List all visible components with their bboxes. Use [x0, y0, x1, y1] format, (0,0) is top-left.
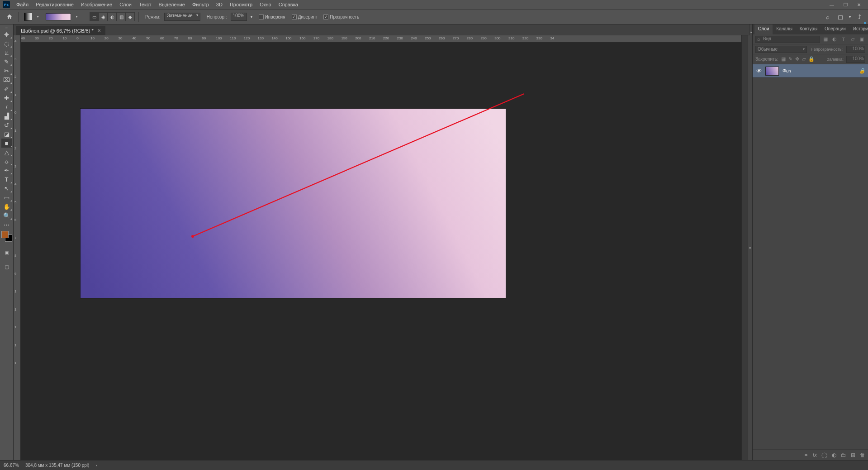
tab-layers[interactable]: Слои: [754, 24, 773, 34]
toolbox-drag-handle[interactable]: ››: [2, 26, 11, 29]
quick-mask-button[interactable]: ▣: [2, 248, 12, 256]
frame-tool[interactable]: ⌧: [1, 75, 12, 84]
color-swatches[interactable]: [1, 231, 12, 242]
lock-all-icon[interactable]: 🔒: [808, 56, 815, 62]
gradient-radial-button[interactable]: ◉: [99, 12, 108, 21]
tab-actions[interactable]: Операции: [821, 24, 849, 34]
layer-mask-button[interactable]: ◯: [821, 452, 827, 458]
vertical-scrollbar[interactable]: [741, 35, 748, 460]
dodge-tool[interactable]: ☼: [1, 157, 12, 166]
menu-view[interactable]: Просмотр: [226, 0, 256, 9]
tab-channels[interactable]: Каналы: [773, 24, 796, 34]
lock-position-icon[interactable]: ✥: [795, 56, 799, 62]
reverse-checkbox[interactable]: [259, 14, 264, 19]
more-tools-button[interactable]: ⋯: [1, 220, 12, 229]
menu-layers[interactable]: Слои: [116, 0, 135, 9]
layer-name[interactable]: Фон: [783, 68, 791, 73]
search-button[interactable]: ⌕: [824, 13, 832, 21]
layer-opacity-input[interactable]: 100%: [846, 46, 865, 53]
menu-image[interactable]: Изображение: [77, 0, 116, 9]
link-layers-button[interactable]: ⚭: [804, 452, 808, 458]
dither-checkbox[interactable]: [292, 14, 297, 19]
opacity-dropdown[interactable]: ▾: [251, 15, 252, 19]
canvas-viewport[interactable]: [21, 43, 741, 460]
gradient-editor-swatch[interactable]: [46, 13, 71, 20]
path-select-tool[interactable]: ↖: [1, 184, 12, 193]
pen-tool[interactable]: ✒: [1, 166, 12, 175]
delete-layer-button[interactable]: 🗑: [860, 452, 865, 458]
dither-checkbox-wrap[interactable]: Дизеринг: [292, 14, 318, 19]
frame-dropdown[interactable]: ▾: [849, 15, 851, 19]
vertical-ruler[interactable]: 4321012345678911111: [14, 35, 21, 460]
menu-help[interactable]: Справка: [275, 0, 302, 9]
history-brush-tool[interactable]: ↺: [1, 120, 12, 129]
fill-input[interactable]: 100%: [846, 56, 865, 63]
menu-type[interactable]: Текст: [135, 0, 155, 9]
blend-mode-select[interactable]: Обычные▾: [755, 46, 807, 53]
hand-tool[interactable]: ✋: [1, 202, 12, 211]
filter-shape-icon[interactable]: ▱: [849, 36, 856, 43]
window-restore-button[interactable]: ❐: [839, 0, 852, 9]
new-layer-button[interactable]: ⊞: [851, 452, 855, 458]
gradient-editor-dropdown[interactable]: ▾: [75, 15, 79, 19]
lock-artboard-icon[interactable]: ▱: [802, 56, 806, 62]
panel-menu-button[interactable]: ≡: [863, 26, 866, 32]
opacity-input[interactable]: 100%: [231, 13, 247, 21]
layer-visibility-toggle[interactable]: 👁: [755, 68, 762, 74]
gradient-linear-button[interactable]: ▭: [90, 12, 99, 21]
adjustment-layer-button[interactable]: ◐: [832, 452, 836, 458]
status-menu-button[interactable]: ›: [95, 463, 97, 468]
transparency-checkbox[interactable]: [323, 14, 328, 19]
menu-3d[interactable]: 3D: [213, 0, 226, 9]
document-tab[interactable]: Шаблон.psd @ 66,7% (RGB/8) * ✕: [16, 26, 105, 35]
lock-transparency-icon[interactable]: ▦: [781, 56, 786, 62]
filter-smart-icon[interactable]: ▣: [858, 36, 865, 43]
mode-select[interactable]: Затемнение: [164, 13, 200, 21]
healing-brush-tool[interactable]: ✚: [1, 93, 12, 102]
home-button[interactable]: [5, 12, 14, 22]
blur-tool[interactable]: △: [1, 148, 12, 157]
gradient-diamond-button[interactable]: ◆: [126, 12, 135, 21]
zoom-level[interactable]: 66.67%: [4, 463, 19, 468]
gradient-preset-dropdown[interactable]: ▾: [36, 15, 40, 19]
layer-thumbnail[interactable]: [765, 67, 779, 76]
tab-paths[interactable]: Контуры: [796, 24, 821, 34]
horizontal-ruler[interactable]: 4030201001020304050607080901001101201301…: [21, 35, 741, 43]
reverse-checkbox-wrap[interactable]: Инверсия: [259, 14, 285, 19]
window-close-button[interactable]: ✕: [853, 0, 865, 9]
lasso-tool[interactable]: ⟀: [1, 48, 12, 57]
lock-pixels-icon[interactable]: ✎: [788, 56, 792, 62]
eraser-tool[interactable]: ◪: [1, 129, 12, 139]
gradient-preset-swatch[interactable]: [24, 13, 32, 21]
share-button[interactable]: ⤴: [855, 13, 863, 21]
clone-stamp-tool[interactable]: ▟: [1, 111, 12, 120]
layer-filter-search[interactable]: Вид: [755, 36, 820, 43]
filter-adjust-icon[interactable]: ◐: [831, 36, 838, 43]
layer-row[interactable]: 👁 Фон 🔒: [753, 64, 868, 78]
zoom-tool[interactable]: 🔍: [1, 211, 12, 220]
quick-select-tool[interactable]: ✎: [1, 57, 12, 66]
filter-pixel-icon[interactable]: ▦: [822, 36, 829, 43]
marquee-tool[interactable]: ◌: [1, 39, 12, 48]
layer-group-button[interactable]: 🗀: [841, 452, 846, 458]
menu-filter[interactable]: Фильтр: [189, 0, 213, 9]
move-tool[interactable]: ✥: [1, 30, 12, 39]
eyedropper-tool[interactable]: ✐: [1, 84, 12, 93]
menu-window[interactable]: Окно: [256, 0, 275, 9]
layer-style-button[interactable]: fx: [813, 452, 817, 458]
right-panel-collapse[interactable]: »: [748, 35, 752, 460]
menu-file[interactable]: Файл: [13, 0, 32, 9]
type-tool[interactable]: T: [1, 175, 12, 184]
transparency-checkbox-wrap[interactable]: Прозрачность: [323, 14, 359, 19]
gradient-tool[interactable]: ■: [1, 139, 12, 148]
shape-tool[interactable]: ▭: [1, 193, 12, 202]
menu-edit[interactable]: Редактирование: [32, 0, 77, 9]
filter-type-icon[interactable]: T: [840, 36, 847, 43]
foreground-color-swatch[interactable]: [1, 231, 9, 238]
close-tab-button[interactable]: ✕: [97, 28, 101, 33]
menu-select[interactable]: Выделение: [155, 0, 189, 9]
brush-tool[interactable]: /: [1, 102, 12, 111]
crop-tool[interactable]: ✂: [1, 66, 12, 75]
frame-toggle-button[interactable]: ▢: [836, 13, 844, 21]
gradient-angle-button[interactable]: ◐: [108, 12, 117, 21]
